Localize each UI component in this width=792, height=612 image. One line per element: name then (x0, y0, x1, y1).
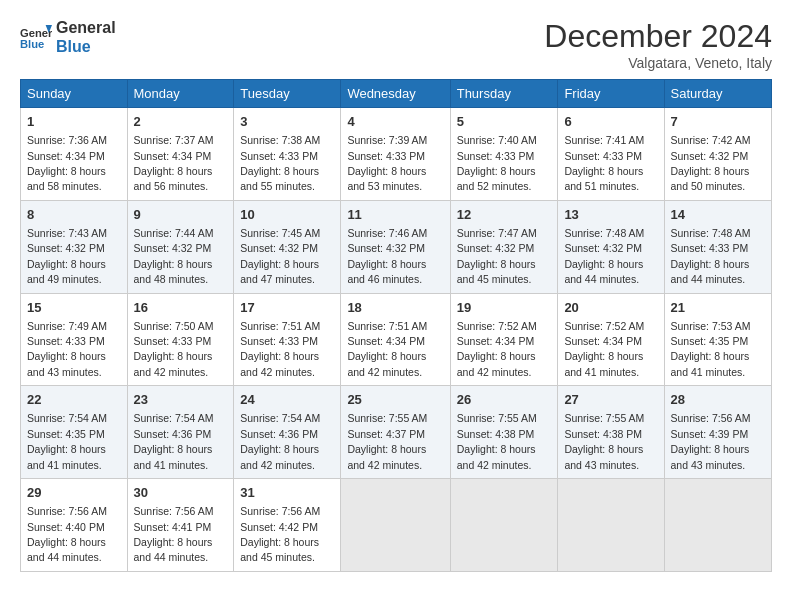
day-number: 7 (671, 113, 766, 131)
week-row-1: 1 Sunrise: 7:36 AMSunset: 4:34 PMDayligh… (21, 108, 772, 201)
day-info: Sunrise: 7:53 AMSunset: 4:35 PMDaylight:… (671, 320, 751, 378)
day-number: 4 (347, 113, 443, 131)
day-number: 30 (134, 484, 228, 502)
weekday-header-row: SundayMondayTuesdayWednesdayThursdayFrid… (21, 80, 772, 108)
calendar-cell: 15 Sunrise: 7:49 AMSunset: 4:33 PMDaylig… (21, 293, 128, 386)
calendar-cell (341, 479, 450, 572)
calendar-cell: 13 Sunrise: 7:48 AMSunset: 4:32 PMDaylig… (558, 200, 664, 293)
calendar-cell: 23 Sunrise: 7:54 AMSunset: 4:36 PMDaylig… (127, 386, 234, 479)
day-info: Sunrise: 7:46 AMSunset: 4:32 PMDaylight:… (347, 227, 427, 285)
day-info: Sunrise: 7:47 AMSunset: 4:32 PMDaylight:… (457, 227, 537, 285)
calendar-cell: 18 Sunrise: 7:51 AMSunset: 4:34 PMDaylig… (341, 293, 450, 386)
day-number: 21 (671, 299, 766, 317)
day-number: 9 (134, 206, 228, 224)
logo-icon: General Blue (20, 21, 52, 53)
calendar-cell: 26 Sunrise: 7:55 AMSunset: 4:38 PMDaylig… (450, 386, 558, 479)
week-row-5: 29 Sunrise: 7:56 AMSunset: 4:40 PMDaylig… (21, 479, 772, 572)
calendar-cell: 21 Sunrise: 7:53 AMSunset: 4:35 PMDaylig… (664, 293, 772, 386)
day-number: 28 (671, 391, 766, 409)
calendar-cell: 29 Sunrise: 7:56 AMSunset: 4:40 PMDaylig… (21, 479, 128, 572)
day-info: Sunrise: 7:48 AMSunset: 4:33 PMDaylight:… (671, 227, 751, 285)
day-info: Sunrise: 7:44 AMSunset: 4:32 PMDaylight:… (134, 227, 214, 285)
day-info: Sunrise: 7:51 AMSunset: 4:34 PMDaylight:… (347, 320, 427, 378)
day-number: 6 (564, 113, 657, 131)
calendar-cell: 5 Sunrise: 7:40 AMSunset: 4:33 PMDayligh… (450, 108, 558, 201)
day-info: Sunrise: 7:52 AMSunset: 4:34 PMDaylight:… (564, 320, 644, 378)
day-info: Sunrise: 7:56 AMSunset: 4:39 PMDaylight:… (671, 412, 751, 470)
day-number: 2 (134, 113, 228, 131)
day-info: Sunrise: 7:52 AMSunset: 4:34 PMDaylight:… (457, 320, 537, 378)
calendar-cell: 20 Sunrise: 7:52 AMSunset: 4:34 PMDaylig… (558, 293, 664, 386)
calendar-cell: 11 Sunrise: 7:46 AMSunset: 4:32 PMDaylig… (341, 200, 450, 293)
day-number: 19 (457, 299, 552, 317)
calendar-cell: 14 Sunrise: 7:48 AMSunset: 4:33 PMDaylig… (664, 200, 772, 293)
calendar-cell: 9 Sunrise: 7:44 AMSunset: 4:32 PMDayligh… (127, 200, 234, 293)
day-info: Sunrise: 7:37 AMSunset: 4:34 PMDaylight:… (134, 134, 214, 192)
day-info: Sunrise: 7:50 AMSunset: 4:33 PMDaylight:… (134, 320, 214, 378)
day-info: Sunrise: 7:36 AMSunset: 4:34 PMDaylight:… (27, 134, 107, 192)
calendar-cell: 30 Sunrise: 7:56 AMSunset: 4:41 PMDaylig… (127, 479, 234, 572)
header: General Blue General Blue December 2024 … (0, 0, 792, 79)
calendar-cell: 19 Sunrise: 7:52 AMSunset: 4:34 PMDaylig… (450, 293, 558, 386)
week-row-3: 15 Sunrise: 7:49 AMSunset: 4:33 PMDaylig… (21, 293, 772, 386)
weekday-header-friday: Friday (558, 80, 664, 108)
day-info: Sunrise: 7:49 AMSunset: 4:33 PMDaylight:… (27, 320, 107, 378)
title-block: December 2024 Valgatara, Veneto, Italy (544, 18, 772, 71)
calendar-cell (450, 479, 558, 572)
calendar-cell: 10 Sunrise: 7:45 AMSunset: 4:32 PMDaylig… (234, 200, 341, 293)
day-info: Sunrise: 7:55 AMSunset: 4:37 PMDaylight:… (347, 412, 427, 470)
weekday-header-sunday: Sunday (21, 80, 128, 108)
day-number: 12 (457, 206, 552, 224)
weekday-header-thursday: Thursday (450, 80, 558, 108)
day-number: 15 (27, 299, 121, 317)
calendar-table: SundayMondayTuesdayWednesdayThursdayFrid… (20, 79, 772, 572)
calendar-cell: 6 Sunrise: 7:41 AMSunset: 4:33 PMDayligh… (558, 108, 664, 201)
page: General Blue General Blue December 2024 … (0, 0, 792, 612)
day-number: 24 (240, 391, 334, 409)
week-row-2: 8 Sunrise: 7:43 AMSunset: 4:32 PMDayligh… (21, 200, 772, 293)
calendar-cell: 2 Sunrise: 7:37 AMSunset: 4:34 PMDayligh… (127, 108, 234, 201)
month-title: December 2024 (544, 18, 772, 55)
day-info: Sunrise: 7:40 AMSunset: 4:33 PMDaylight:… (457, 134, 537, 192)
day-number: 20 (564, 299, 657, 317)
weekday-header-monday: Monday (127, 80, 234, 108)
day-info: Sunrise: 7:39 AMSunset: 4:33 PMDaylight:… (347, 134, 427, 192)
logo-text: General Blue (56, 18, 116, 56)
day-number: 1 (27, 113, 121, 131)
calendar-cell: 8 Sunrise: 7:43 AMSunset: 4:32 PMDayligh… (21, 200, 128, 293)
day-number: 14 (671, 206, 766, 224)
calendar-cell: 25 Sunrise: 7:55 AMSunset: 4:37 PMDaylig… (341, 386, 450, 479)
svg-text:Blue: Blue (20, 38, 44, 50)
day-number: 25 (347, 391, 443, 409)
day-info: Sunrise: 7:56 AMSunset: 4:41 PMDaylight:… (134, 505, 214, 563)
day-number: 29 (27, 484, 121, 502)
calendar-cell: 1 Sunrise: 7:36 AMSunset: 4:34 PMDayligh… (21, 108, 128, 201)
day-info: Sunrise: 7:55 AMSunset: 4:38 PMDaylight:… (564, 412, 644, 470)
calendar-cell: 27 Sunrise: 7:55 AMSunset: 4:38 PMDaylig… (558, 386, 664, 479)
calendar-cell: 17 Sunrise: 7:51 AMSunset: 4:33 PMDaylig… (234, 293, 341, 386)
day-info: Sunrise: 7:54 AMSunset: 4:36 PMDaylight:… (240, 412, 320, 470)
day-number: 27 (564, 391, 657, 409)
day-number: 8 (27, 206, 121, 224)
day-number: 16 (134, 299, 228, 317)
calendar-cell: 31 Sunrise: 7:56 AMSunset: 4:42 PMDaylig… (234, 479, 341, 572)
weekday-header-tuesday: Tuesday (234, 80, 341, 108)
calendar-cell: 24 Sunrise: 7:54 AMSunset: 4:36 PMDaylig… (234, 386, 341, 479)
calendar-cell: 7 Sunrise: 7:42 AMSunset: 4:32 PMDayligh… (664, 108, 772, 201)
day-number: 10 (240, 206, 334, 224)
day-number: 11 (347, 206, 443, 224)
day-number: 5 (457, 113, 552, 131)
day-info: Sunrise: 7:38 AMSunset: 4:33 PMDaylight:… (240, 134, 320, 192)
weekday-header-wednesday: Wednesday (341, 80, 450, 108)
calendar-cell: 12 Sunrise: 7:47 AMSunset: 4:32 PMDaylig… (450, 200, 558, 293)
day-info: Sunrise: 7:43 AMSunset: 4:32 PMDaylight:… (27, 227, 107, 285)
day-number: 22 (27, 391, 121, 409)
day-info: Sunrise: 7:41 AMSunset: 4:33 PMDaylight:… (564, 134, 644, 192)
day-number: 23 (134, 391, 228, 409)
location-subtitle: Valgatara, Veneto, Italy (544, 55, 772, 71)
calendar-cell: 22 Sunrise: 7:54 AMSunset: 4:35 PMDaylig… (21, 386, 128, 479)
day-number: 13 (564, 206, 657, 224)
day-info: Sunrise: 7:54 AMSunset: 4:35 PMDaylight:… (27, 412, 107, 470)
calendar-cell: 4 Sunrise: 7:39 AMSunset: 4:33 PMDayligh… (341, 108, 450, 201)
day-number: 26 (457, 391, 552, 409)
